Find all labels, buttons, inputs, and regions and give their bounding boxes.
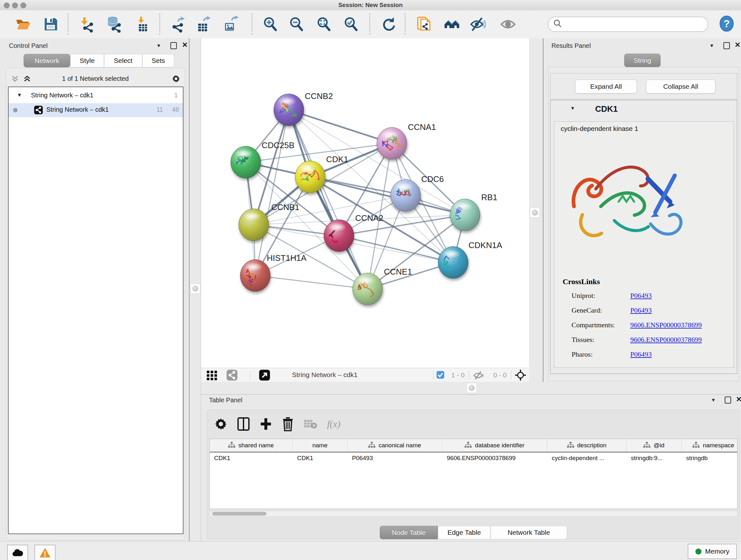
birdseye-crosshair-icon[interactable] <box>515 369 527 381</box>
show-columns-icon[interactable] <box>237 417 250 431</box>
zoom-out-icon[interactable] <box>288 16 305 33</box>
tab-string[interactable]: String <box>624 54 661 67</box>
node-CCNB2[interactable] <box>268 94 304 126</box>
table-panel-float-icon[interactable] <box>725 396 731 403</box>
splitter-grip[interactable] <box>530 207 540 218</box>
crosslink-link[interactable]: P06493 <box>630 350 652 359</box>
tab-style[interactable]: Style <box>70 54 104 67</box>
tab-edge-table[interactable]: Edge Table <box>438 526 490 539</box>
node-RB1[interactable] <box>450 196 480 231</box>
column-header-database-identifier[interactable]: database identifier <box>442 439 547 452</box>
cell-shared-name[interactable]: CDK1 <box>210 452 293 464</box>
table-horizontal-scrollbar[interactable] <box>209 511 738 516</box>
node-CCNA1[interactable] <box>377 127 407 159</box>
create-column-plus-icon[interactable] <box>259 417 272 431</box>
control-panel-collapse-icon[interactable]: ▼ <box>156 43 161 48</box>
zoom-in-icon[interactable] <box>262 16 279 33</box>
splitter-grip[interactable] <box>190 284 200 294</box>
zoom-fit-icon[interactable] <box>316 16 332 33</box>
collapse-all-button[interactable]: Collapse All <box>646 79 716 94</box>
scrollbar-thumb[interactable] <box>212 512 266 516</box>
cell-description[interactable]: cyclin-dependent ... <box>547 452 626 464</box>
tab-select[interactable]: Select <box>104 54 142 67</box>
table-panel-collapse-icon[interactable]: ▼ <box>711 397 716 402</box>
crosslink-link[interactable]: P06493 <box>630 306 652 314</box>
edge-CDC25B-CDC6[interactable] <box>246 162 406 195</box>
save-session-icon[interactable] <box>43 16 59 33</box>
node-CDC25B[interactable] <box>226 146 261 178</box>
crosslink-link[interactable]: 9606.ENSP00000378699 <box>630 321 702 329</box>
column-header-name[interactable]: name <box>293 439 347 452</box>
cell-namespace[interactable]: stringdb <box>682 452 738 464</box>
string-view-icon[interactable] <box>226 370 238 381</box>
column-header-namespace[interactable]: namespace <box>682 439 738 452</box>
network-collection-row[interactable]: ▼ String Network – cdk1 1 <box>9 88 183 103</box>
table-panel-close-icon[interactable]: ✕ <box>736 395 741 403</box>
show-all-eye-icon[interactable] <box>500 16 516 33</box>
first-neighbors-icon[interactable] <box>444 16 460 33</box>
export-network-icon[interactable] <box>169 16 186 33</box>
results-panel-splitter[interactable] <box>529 38 543 382</box>
network-row-selected[interactable]: String Network – cdk1 11 48 <box>9 103 183 117</box>
network-view[interactable]: CCNB2CCNA1CDC25BCDK1CDC6RB1CCNB1CCNA2CDK… <box>201 38 529 382</box>
search-box[interactable] <box>548 17 708 32</box>
node-CCNE1[interactable] <box>353 273 383 305</box>
column-header-description[interactable]: description <box>547 439 626 452</box>
open-session-icon[interactable] <box>15 16 31 33</box>
export-table-icon[interactable] <box>195 16 212 33</box>
tab-network-table[interactable]: Network Table <box>490 526 567 539</box>
open-in-window-icon[interactable] <box>259 370 270 381</box>
table-settings-gear-icon[interactable] <box>214 417 227 431</box>
column-header--id[interactable]: @id <box>626 439 682 452</box>
search-input[interactable] <box>565 18 704 30</box>
export-image-icon[interactable] <box>222 16 239 33</box>
gear-icon[interactable] <box>172 74 180 83</box>
results-panel-close-icon[interactable]: ✕ <box>735 41 740 49</box>
crosslink-link[interactable]: 9606.ENSP00000378699 <box>630 335 702 344</box>
selected-checkbox-icon[interactable] <box>436 371 444 379</box>
column-header-canonical-name[interactable]: canonical name <box>347 439 442 452</box>
help-icon[interactable]: ? <box>719 15 735 32</box>
node-CDKN1A[interactable] <box>431 246 468 278</box>
import-table-file-icon[interactable] <box>134 16 151 33</box>
protein-section-collapse-icon[interactable]: ▼ <box>570 105 575 111</box>
crosslink-link[interactable]: P06493 <box>630 292 652 300</box>
delete-column-trash-icon[interactable] <box>282 417 294 431</box>
hide-selected-icon[interactable] <box>469 16 486 33</box>
cell-database-identifier[interactable]: 9606.ENSP00000378699 <box>442 452 547 464</box>
expand-all-button[interactable]: Expand All <box>575 79 637 94</box>
edge-CCNA2-CDKN1A[interactable] <box>339 236 453 262</box>
memory-button[interactable]: Memory <box>688 544 737 559</box>
table-row[interactable]: CDK1CDK1P064939606.ENSP00000378699cyclin… <box>210 452 737 464</box>
duplicate-network-icon[interactable] <box>416 16 432 33</box>
tree-expander-icon[interactable]: ▼ <box>17 92 22 98</box>
import-network-file-icon[interactable] <box>78 16 95 33</box>
control-panel-float-icon[interactable] <box>171 42 177 49</box>
tab-sets[interactable]: Sets <box>142 54 174 67</box>
zoom-selected-icon[interactable] <box>343 16 359 33</box>
control-panel-close-icon[interactable]: ✕ <box>182 41 188 49</box>
network-canvas[interactable]: CCNB2CCNA1CDC25BCDK1CDC6RB1CCNB1CCNA2CDK… <box>201 38 529 368</box>
node-CCNA2[interactable] <box>324 220 354 252</box>
cell-canonical-name[interactable]: P06493 <box>347 452 442 464</box>
warnings-button[interactable] <box>35 545 56 560</box>
node-HIST1H1A[interactable] <box>240 260 270 292</box>
node-CDC6[interactable] <box>391 179 421 211</box>
results-panel-float-icon[interactable] <box>724 42 730 49</box>
node-CDK1[interactable] <box>295 161 325 193</box>
refresh-icon[interactable] <box>381 16 397 33</box>
node-CCNB1[interactable] <box>239 209 269 241</box>
cell--id[interactable]: stringdb:9... <box>626 452 682 464</box>
control-panel-splitter[interactable] <box>190 38 201 541</box>
cell-name[interactable]: CDK1 <box>293 452 347 464</box>
table-panel-splitter[interactable] <box>201 382 741 394</box>
import-network-database-icon[interactable] <box>106 16 122 33</box>
grid-view-icon[interactable] <box>206 370 219 380</box>
splitter-grip[interactable] <box>467 383 477 393</box>
cloud-button[interactable] <box>7 545 28 560</box>
node-table[interactable]: shared namenamecanonical namedatabase id… <box>209 439 738 509</box>
edge-CCNB2-CCNA1[interactable] <box>289 110 392 143</box>
tab-node-table[interactable]: Node Table <box>380 526 438 539</box>
edge-HIST1H1A-CCNE1[interactable] <box>255 275 367 289</box>
column-header-shared-name[interactable]: shared name <box>210 439 293 452</box>
